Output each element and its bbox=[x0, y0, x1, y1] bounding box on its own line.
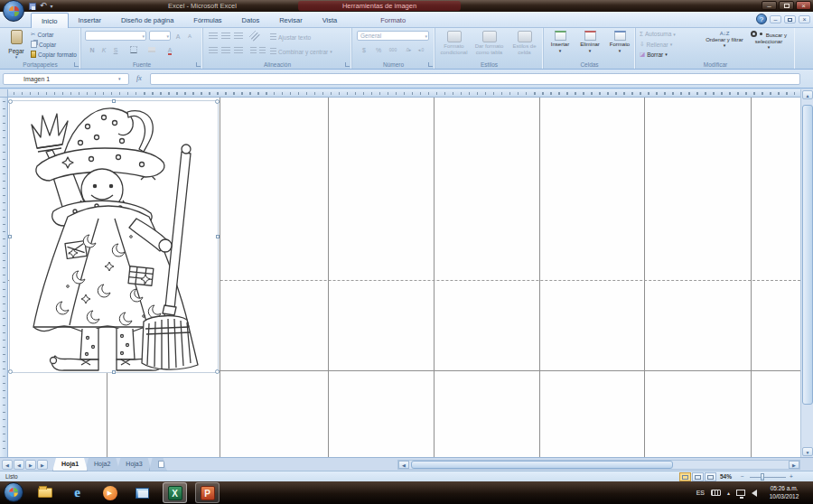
tab-diseno-de-pagina[interactable]: Diseño de página bbox=[111, 13, 183, 28]
taskbar-clock[interactable]: 05:26 a.m. 10/03/2012 bbox=[759, 484, 809, 500]
qat-customize-icon[interactable]: ▾ bbox=[51, 3, 53, 9]
taskbar-powerpoint-button[interactable]: P bbox=[195, 482, 220, 503]
witch-clipart-image[interactable] bbox=[10, 101, 218, 372]
last-sheet-icon[interactable]: ▶ bbox=[37, 460, 48, 470]
scroll-right-icon[interactable]: ▶ bbox=[789, 461, 799, 469]
undo-icon[interactable]: ↶ bbox=[40, 2, 47, 10]
vertical-scrollbar[interactable]: ▲ ▼ bbox=[800, 89, 813, 457]
horizontal-scrollbar[interactable]: ◀ ▶ bbox=[397, 460, 800, 470]
cut-button[interactable]: ✂ Cortar bbox=[31, 31, 54, 38]
tab-formulas[interactable]: Fórmulas bbox=[183, 13, 231, 28]
font-size-combo[interactable]: ▾ bbox=[149, 31, 171, 41]
currency-button[interactable]: $ bbox=[357, 44, 371, 55]
workbook-minimize-button[interactable]: – bbox=[770, 15, 781, 23]
comma-style-button[interactable]: 000 bbox=[386, 44, 400, 55]
sheet-tab-hoja2[interactable]: Hoja2 bbox=[85, 458, 119, 471]
italic-button[interactable]: K bbox=[98, 44, 109, 55]
fill-color-button[interactable] bbox=[146, 44, 157, 55]
number-format-combo[interactable]: General▾ bbox=[357, 31, 429, 41]
font-name-combo[interactable]: ▾ bbox=[85, 31, 146, 41]
zoom-slider-track[interactable] bbox=[750, 477, 786, 478]
column-headers[interactable] bbox=[8, 89, 800, 98]
decrease-decimal-button[interactable]: ◂.0 bbox=[416, 44, 426, 55]
selection-handle[interactable] bbox=[8, 369, 13, 374]
formula-input[interactable] bbox=[150, 73, 800, 85]
tab-datos[interactable]: Datos bbox=[232, 13, 270, 28]
clear-button[interactable]: ◪ Borrar ▾ bbox=[640, 51, 668, 58]
sheet-grid[interactable] bbox=[8, 98, 800, 457]
merge-center-button[interactable]: Combinar y centrar ▾ bbox=[270, 48, 332, 55]
numero-dialog-launcher[interactable] bbox=[428, 62, 433, 67]
increase-decimal-button[interactable]: .0▸ bbox=[403, 44, 414, 55]
font-color-button[interactable]: A bbox=[164, 44, 175, 55]
vertical-scroll-thumb[interactable] bbox=[802, 105, 813, 405]
alineacion-dialog-launcher[interactable] bbox=[345, 62, 350, 67]
tab-inicio[interactable]: Inicio bbox=[31, 13, 69, 28]
zoom-slider-thumb[interactable] bbox=[761, 473, 764, 481]
orientation-icon[interactable] bbox=[249, 31, 261, 42]
page-layout-view-button[interactable] bbox=[692, 472, 704, 481]
horizontal-scroll-thumb[interactable] bbox=[411, 461, 673, 469]
align-middle-icon[interactable] bbox=[221, 33, 230, 40]
select-all-corner[interactable] bbox=[0, 89, 8, 98]
bold-button[interactable]: N bbox=[87, 44, 98, 55]
selection-handle[interactable] bbox=[112, 99, 116, 103]
scroll-left-icon[interactable]: ◀ bbox=[398, 461, 409, 469]
help-button[interactable]: ? bbox=[756, 14, 767, 24]
format-painter-button[interactable]: Copiar formato bbox=[31, 51, 77, 58]
insert-worksheet-tab[interactable] bbox=[149, 458, 167, 471]
selection-handle[interactable] bbox=[215, 99, 220, 104]
name-box-caret-icon[interactable]: ▾ bbox=[118, 76, 121, 81]
format-as-table-button[interactable]: Dar formato como tabla bbox=[472, 30, 506, 66]
percent-button[interactable]: % bbox=[373, 44, 384, 55]
taskbar-internet-explorer-button[interactable]: e bbox=[65, 482, 89, 503]
sheet-tab-hoja3[interactable]: Hoja3 bbox=[117, 458, 151, 471]
normal-view-button[interactable] bbox=[679, 472, 691, 481]
tab-vista[interactable]: Vista bbox=[313, 13, 348, 28]
shrink-font-button[interactable]: A bbox=[184, 31, 195, 42]
name-box[interactable]: Imagen 1 bbox=[3, 73, 129, 85]
autosum-button[interactable]: Σ Autosuma ▾ bbox=[640, 31, 676, 37]
workbook-close-button[interactable]: × bbox=[799, 15, 810, 23]
tab-revisar[interactable]: Revisar bbox=[269, 13, 312, 28]
start-button[interactable] bbox=[4, 482, 23, 502]
selection-handle[interactable] bbox=[215, 369, 220, 374]
selection-handle[interactable] bbox=[8, 99, 13, 104]
workbook-restore-button[interactable] bbox=[784, 15, 796, 23]
tab-formato[interactable]: Formato bbox=[370, 13, 416, 28]
fuente-dialog-launcher[interactable] bbox=[196, 62, 201, 67]
sort-filter-button[interactable]: A↓Z Ordenar y filtrar ▾ bbox=[705, 30, 744, 66]
scroll-down-icon[interactable]: ▼ bbox=[802, 447, 813, 456]
decrease-indent-icon[interactable] bbox=[250, 47, 257, 54]
align-left-icon[interactable] bbox=[209, 47, 218, 54]
office-button[interactable] bbox=[3, 0, 24, 22]
page-break-view-button[interactable] bbox=[705, 472, 716, 481]
language-indicator[interactable]: ES bbox=[696, 490, 705, 496]
selection-handle[interactable] bbox=[216, 235, 220, 238]
cell-styles-button[interactable]: Estilos de celda bbox=[508, 30, 541, 66]
volume-icon[interactable] bbox=[752, 490, 757, 497]
sheet-tab-hoja1[interactable]: Hoja1 bbox=[52, 458, 88, 471]
delete-cells-button[interactable]: Eliminar ▾ bbox=[575, 30, 604, 66]
selection-handle[interactable] bbox=[112, 370, 116, 374]
paste-button[interactable]: Pegar ▾ bbox=[4, 30, 29, 59]
grow-font-button[interactable]: A bbox=[173, 31, 183, 42]
minimize-button[interactable]: – bbox=[762, 1, 777, 10]
selection-handle[interactable] bbox=[8, 235, 12, 238]
save-icon[interactable] bbox=[29, 3, 36, 10]
taskbar-windows-live-button[interactable] bbox=[130, 482, 154, 503]
keyboard-icon[interactable] bbox=[711, 490, 721, 496]
tab-insertar[interactable]: Insertar bbox=[69, 13, 111, 28]
find-select-button[interactable]: Buscar y seleccionar ▾ bbox=[746, 30, 791, 66]
prev-sheet-icon[interactable]: ◀ bbox=[14, 460, 24, 470]
zoom-in-button[interactable]: + bbox=[790, 473, 793, 480]
portapapeles-dialog-launcher[interactable] bbox=[74, 62, 79, 67]
zoom-out-button[interactable]: − bbox=[741, 473, 744, 480]
align-center-icon[interactable] bbox=[221, 47, 230, 54]
maximize-button[interactable] bbox=[779, 1, 794, 10]
format-cells-button[interactable]: Formato ▾ bbox=[605, 30, 634, 66]
first-sheet-icon[interactable]: ◀ bbox=[2, 460, 13, 470]
underline-button[interactable]: S bbox=[110, 44, 121, 55]
scroll-up-icon[interactable]: ▲ bbox=[802, 90, 813, 99]
copy-button[interactable]: Copiar bbox=[31, 41, 56, 48]
